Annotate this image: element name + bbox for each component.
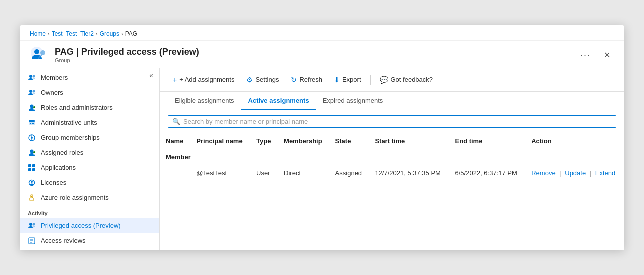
sidebar-item-group-memberships-label: Group memberships <box>41 134 100 141</box>
table-row: @TestTest User Direct Assigned 12/7/2021… <box>160 165 624 181</box>
add-assignments-button[interactable]: + + Add assignments <box>168 73 239 86</box>
svg-point-17 <box>30 149 34 153</box>
sidebar-item-assigned-roles-label: Assigned roles <box>41 149 83 156</box>
update-action-link[interactable]: Update <box>565 169 586 177</box>
svg-point-1 <box>34 49 39 54</box>
svg-point-26 <box>31 195 32 196</box>
svg-point-7 <box>30 104 34 108</box>
sidebar-item-azure-roles[interactable]: Azure role assignments <box>20 190 159 205</box>
col-action: Action <box>525 133 624 149</box>
more-options-button[interactable]: ··· <box>577 50 594 60</box>
svg-point-2 <box>40 50 45 55</box>
col-state: State <box>329 133 369 149</box>
sidebar-item-applications[interactable]: Applications <box>20 160 159 175</box>
search-input[interactable] <box>183 118 612 125</box>
sidebar-item-assigned-roles[interactable]: Assigned roles <box>20 145 159 160</box>
main-layout: « Members Owners Roles and administrator… <box>20 68 624 250</box>
svg-rect-21 <box>28 168 31 171</box>
refresh-button[interactable]: ↻ Refresh <box>286 73 327 86</box>
tab-eligible[interactable]: Eligible assignments <box>168 92 241 110</box>
breadcrumb-current: PAG <box>125 30 137 37</box>
action-sep-1: | <box>559 169 563 177</box>
feedback-button[interactable]: 💬 Got feedback? <box>375 73 438 86</box>
section-member-row: Member <box>160 149 624 165</box>
table-header-row: Name Principal name Type Membership Stat… <box>160 133 624 149</box>
toolbar-separator <box>370 75 371 85</box>
svg-point-27 <box>29 223 32 226</box>
sidebar-item-access-reviews-label: Access reviews <box>41 237 86 244</box>
sidebar-item-licenses[interactable]: Licenses <box>20 175 159 190</box>
sidebar-item-owners[interactable]: Owners <box>20 85 159 100</box>
export-button[interactable]: ⬇ Export <box>329 73 366 86</box>
sidebar-item-privileged-access[interactable]: Privileged access (Preview) <box>20 218 159 233</box>
svg-rect-22 <box>32 168 35 171</box>
add-icon: + <box>173 76 177 84</box>
members-icon <box>28 74 36 82</box>
refresh-icon: ↻ <box>291 76 297 84</box>
breadcrumb-sep-3: › <box>121 31 123 37</box>
assignments-table-wrapper: Name Principal name Type Membership Stat… <box>160 133 624 181</box>
sidebar-item-roles-admins[interactable]: Roles and administrators <box>20 100 159 115</box>
sidebar-item-access-reviews[interactable]: Access reviews <box>20 233 159 248</box>
settings-button[interactable]: ⚙ Settings <box>241 73 284 86</box>
breadcrumb-groups[interactable]: Groups <box>100 30 119 37</box>
svg-rect-19 <box>28 164 31 167</box>
roles-icon <box>28 104 36 112</box>
sidebar-item-admin-units-label: Administrative units <box>41 119 97 126</box>
col-start-time: Start time <box>369 133 449 149</box>
extend-action-link[interactable]: Extend <box>595 169 615 177</box>
sidebar: « Members Owners Roles and administrator… <box>20 68 160 250</box>
sidebar-item-owners-label: Owners <box>41 89 63 96</box>
sidebar-collapse-button[interactable]: « <box>147 70 155 80</box>
settings-icon: ⚙ <box>246 76 253 84</box>
admin-units-icon <box>28 119 36 127</box>
row-start-time: 12/7/2021, 5:37:35 PM <box>369 165 449 181</box>
sidebar-item-privileged-access-label: Privileged access (Preview) <box>41 222 121 229</box>
svg-rect-12 <box>32 123 34 124</box>
row-principal: @TestTest <box>190 165 250 181</box>
row-state: Assigned <box>329 165 369 181</box>
page-title: PAG | Privileged access (Preview) <box>55 47 571 57</box>
svg-point-6 <box>33 90 35 92</box>
main-window: Home › Test_Test_Tier2 › Groups › PAG PA… <box>20 25 624 250</box>
svg-point-4 <box>33 75 35 77</box>
close-button[interactable]: ✕ <box>600 48 614 62</box>
svg-rect-11 <box>30 123 31 124</box>
tab-active[interactable]: Active assignments <box>241 92 316 110</box>
row-name <box>160 165 190 181</box>
svg-point-3 <box>29 75 32 78</box>
col-end-time: End time <box>449 133 526 149</box>
svg-point-8 <box>33 106 35 108</box>
page-subtitle: Group <box>55 57 571 63</box>
breadcrumb-home[interactable]: Home <box>30 30 46 37</box>
toolbar: + + Add assignments ⚙ Settings ↻ Refresh… <box>160 68 624 92</box>
row-type: User <box>250 165 278 181</box>
tab-expired[interactable]: Expired assignments <box>316 92 390 110</box>
page-header: PAG | Privileged access (Preview) Group … <box>20 41 624 68</box>
row-actions: Remove | Update | Extend <box>525 165 624 181</box>
sidebar-item-admin-units[interactable]: Administrative units <box>20 115 159 130</box>
feedback-icon: 💬 <box>380 76 388 84</box>
breadcrumb-sep-1: › <box>48 31 50 37</box>
group-memberships-icon <box>28 134 36 142</box>
privileged-access-icon <box>28 222 36 230</box>
sidebar-item-members[interactable]: Members <box>20 70 159 85</box>
licenses-icon <box>28 179 36 187</box>
col-membership: Membership <box>278 133 329 149</box>
search-icon: 🔍 <box>172 118 180 125</box>
col-type: Type <box>250 133 278 149</box>
assignments-table: Name Principal name Type Membership Stat… <box>160 133 624 181</box>
sidebar-item-licenses-label: Licenses <box>41 179 66 186</box>
assigned-roles-icon <box>28 149 36 157</box>
assignments-tabs: Eligible assignments Active assignments … <box>160 92 624 110</box>
applications-icon <box>28 164 36 172</box>
row-membership: Direct <box>278 165 329 181</box>
sidebar-item-applications-label: Applications <box>41 164 76 171</box>
svg-point-5 <box>29 90 32 93</box>
svg-point-28 <box>33 223 35 225</box>
sidebar-item-roles-label: Roles and administrators <box>41 104 113 111</box>
breadcrumb-tier2[interactable]: Test_Test_Tier2 <box>52 30 94 37</box>
sidebar-item-group-memberships[interactable]: Group memberships <box>20 130 159 145</box>
remove-action-link[interactable]: Remove <box>531 169 555 177</box>
activity-section-label: Activity <box>20 205 159 218</box>
